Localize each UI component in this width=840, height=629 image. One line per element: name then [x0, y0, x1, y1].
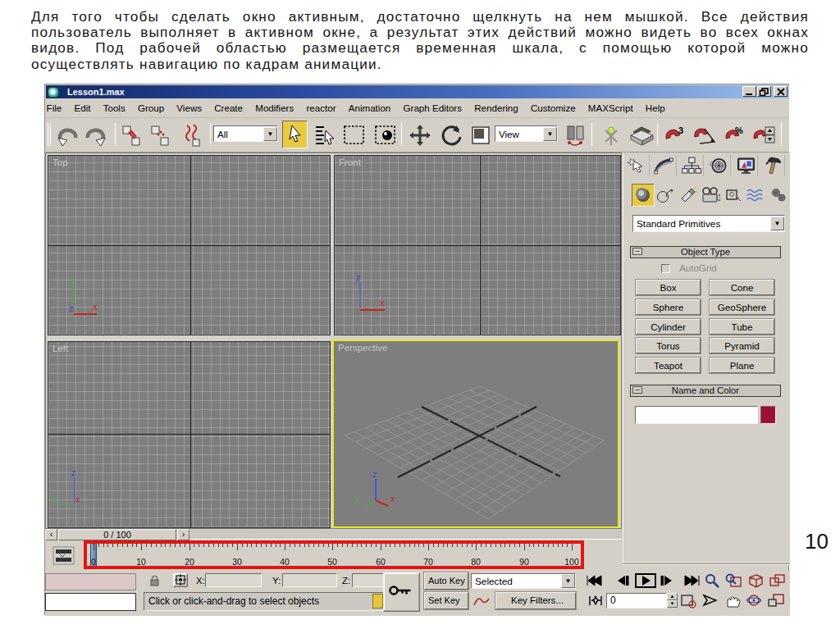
- svg-text:z: z: [71, 467, 76, 477]
- svg-text:x: x: [93, 302, 98, 312]
- svg-text:z: z: [372, 469, 377, 479]
- svg-text:z: z: [356, 272, 361, 282]
- svg-text:y: y: [71, 273, 76, 283]
- svg-text:y: y: [52, 494, 57, 504]
- svg-text:y: y: [355, 494, 360, 504]
- svg-text:x: x: [380, 298, 385, 308]
- svg-text:%: %: [735, 125, 743, 135]
- svg-text:z: z: [69, 303, 74, 313]
- svg-text:3: 3: [678, 125, 683, 135]
- svg-text:x: x: [75, 495, 80, 504]
- svg-text:x: x: [390, 494, 395, 504]
